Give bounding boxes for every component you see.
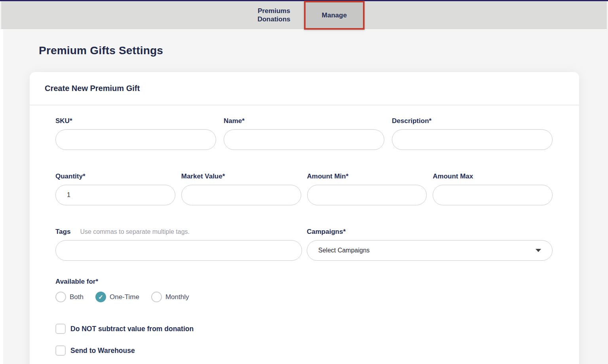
quantity-label: Quantity*: [55, 173, 175, 180]
checkbox-row-no-subtract[interactable]: Do NOT subtract value from donation: [55, 324, 553, 334]
radio-one-time-label: One-Time: [110, 293, 139, 301]
radio-one-time[interactable]: ✓ One-Time: [95, 292, 139, 302]
tags-input[interactable]: [55, 240, 302, 261]
checkbox-row-send-warehouse[interactable]: Send to Warehouse: [55, 345, 553, 356]
description-field-group: Description*: [392, 117, 553, 150]
available-for-radio-group: Both ✓ One-Time Monthly: [55, 292, 553, 302]
tags-label: Tags: [55, 228, 70, 236]
quantity-input[interactable]: [55, 185, 175, 205]
send-warehouse-checkbox[interactable]: [55, 345, 66, 356]
name-label: Name*: [224, 117, 384, 125]
form-row-1: SKU* Name* Description*: [55, 117, 553, 150]
amount-max-label: Amount Max: [433, 173, 553, 180]
quantity-field-group: Quantity*: [55, 173, 175, 205]
amount-max-input[interactable]: [433, 185, 553, 205]
tab-manage[interactable]: Manage: [304, 1, 365, 30]
campaigns-field-group: Campaigns* Select Campaigns: [307, 228, 553, 261]
radio-circle-both[interactable]: [55, 292, 66, 302]
radio-monthly-label: Monthly: [165, 293, 189, 301]
card-header: Create New Premium Gift: [30, 72, 579, 105]
market-value-label: Market Value*: [181, 173, 301, 180]
amount-max-field-group: Amount Max: [433, 173, 553, 205]
radio-both[interactable]: Both: [55, 292, 84, 302]
form-row-2: Quantity* Market Value* Amount Min* Amou…: [55, 173, 553, 205]
sku-label: SKU*: [55, 117, 216, 125]
sku-input[interactable]: [55, 129, 216, 150]
chevron-down-icon: [536, 249, 541, 252]
radio-both-label: Both: [70, 293, 84, 301]
card-title: Create New Premium Gift: [45, 84, 140, 93]
no-subtract-label: Do NOT subtract value from donation: [70, 325, 194, 333]
tags-hint: Use commas to separate multiple tags.: [80, 228, 190, 235]
amount-min-field-group: Amount Min*: [307, 173, 427, 205]
form-row-3: Tags Use commas to separate multiple tag…: [55, 228, 553, 261]
radio-monthly[interactable]: Monthly: [151, 292, 189, 302]
campaigns-label: Campaigns*: [307, 228, 553, 236]
name-input[interactable]: [224, 129, 384, 150]
campaigns-select[interactable]: Select Campaigns: [307, 240, 553, 261]
card-body: SKU* Name* Description* Quantity* Market…: [30, 105, 579, 356]
tab-premiums-donations[interactable]: Premiums Donations: [244, 1, 304, 29]
available-for-label: Available for*: [55, 278, 553, 286]
amount-min-label: Amount Min*: [307, 173, 427, 180]
description-label: Description*: [392, 117, 553, 125]
page-title: Premium Gifts Settings: [39, 44, 163, 57]
description-input[interactable]: [392, 129, 553, 150]
radio-circle-one-time-selected[interactable]: ✓: [95, 292, 106, 302]
check-icon: ✓: [98, 294, 103, 301]
tags-field-group: Tags Use commas to separate multiple tag…: [55, 228, 302, 261]
campaigns-selected-value: Select Campaigns: [318, 247, 370, 254]
name-field-group: Name*: [224, 117, 384, 150]
amount-min-input[interactable]: [307, 185, 427, 205]
market-value-field-group: Market Value*: [181, 173, 301, 205]
radio-circle-monthly[interactable]: [151, 292, 162, 302]
sku-field-group: SKU*: [55, 117, 216, 150]
create-premium-gift-card: Create New Premium Gift SKU* Name* Descr…: [30, 72, 579, 364]
left-edge-strip: [0, 29, 3, 364]
market-value-input[interactable]: [181, 185, 301, 205]
send-warehouse-label: Send to Warehouse: [70, 347, 135, 355]
no-subtract-checkbox[interactable]: [55, 324, 66, 334]
